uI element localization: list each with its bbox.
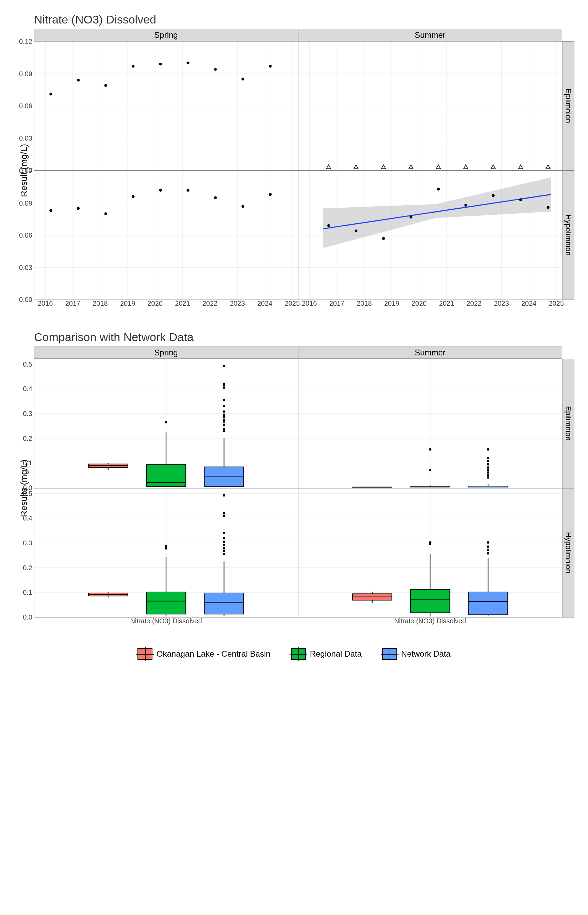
y-ticks: 0.000.030.060.090.12: [17, 42, 34, 170]
svg-point-188: [223, 537, 225, 539]
facet-row-epi: Epilimnion: [562, 41, 574, 171]
svg-point-152: [429, 448, 431, 451]
chart1-grid: Spring Summer Result (mg/L) 0.000.030.06…: [14, 29, 574, 317]
svg-point-15: [49, 92, 52, 95]
svg-point-63: [49, 209, 52, 212]
svg-point-93: [437, 188, 439, 190]
svg-marker-47: [546, 165, 550, 168]
box-xlabel: Nitrate (NO3) Dissolved: [34, 617, 298, 628]
svg-point-119: [223, 428, 225, 430]
svg-point-158: [487, 463, 489, 466]
svg-point-184: [223, 550, 225, 552]
box-panel-spring-epi: 0.00.10.20.30.40.5: [34, 359, 298, 488]
legend-label: Okanagan Lake - Central Basin: [157, 649, 271, 659]
svg-point-92: [409, 215, 412, 218]
svg-point-18: [132, 65, 134, 67]
svg-point-64: [77, 207, 80, 210]
svg-point-191: [223, 512, 225, 514]
svg-point-71: [269, 193, 271, 196]
svg-point-21: [214, 68, 217, 71]
legend-key-icon: [137, 648, 152, 660]
svg-point-187: [223, 540, 225, 543]
svg-point-130: [223, 383, 225, 385]
svg-point-159: [487, 460, 489, 462]
svg-point-91: [382, 237, 385, 240]
svg-point-131: [223, 365, 225, 367]
legend-key-icon: [291, 648, 306, 660]
svg-point-123: [223, 416, 225, 418]
chart2-grid: Spring Summer Results (mg/L) 0.00.10.20.…: [14, 346, 574, 635]
svg-marker-41: [381, 165, 386, 168]
svg-point-122: [223, 419, 225, 421]
svg-point-157: [487, 466, 489, 469]
svg-point-97: [546, 206, 549, 209]
x-ticks: 2016201720182019202020212022202320242025: [299, 299, 562, 309]
scatter-panel-spring-hypo: 0.000.030.060.090.12 2016201720182019202…: [34, 171, 298, 300]
svg-rect-175: [146, 592, 186, 614]
svg-point-96: [519, 199, 522, 201]
svg-rect-206: [410, 590, 450, 613]
facet-row-hypo: Hypolimnion: [562, 171, 574, 300]
y-ticks: 0.000.030.060.090.12: [17, 171, 34, 299]
legend: Okanagan Lake - Central Basin Regional D…: [14, 648, 574, 660]
page: Nitrate (NO3) Dissolved Spring Summer Re…: [0, 0, 588, 670]
svg-point-20: [186, 61, 189, 64]
legend-item-network: Network Data: [382, 648, 451, 660]
scatter-panel-spring-epi: 0.000.030.060.090.12: [34, 41, 298, 171]
svg-point-127: [223, 399, 225, 401]
legend-label: Network Data: [401, 649, 451, 659]
svg-point-69: [214, 196, 217, 199]
box-panel-summer-epi: [298, 359, 562, 488]
svg-marker-43: [436, 165, 441, 168]
svg-point-217: [487, 541, 489, 544]
facet-col-spring-2: Spring: [34, 346, 298, 359]
svg-point-19: [159, 63, 162, 65]
facet-col-summer-2: Summer: [298, 346, 562, 359]
y-ticks: 0.00.10.20.30.40.5: [17, 488, 34, 617]
svg-point-126: [223, 405, 225, 407]
svg-marker-39: [326, 165, 331, 168]
svg-point-23: [269, 65, 271, 67]
svg-point-182: [165, 545, 167, 547]
svg-marker-87: [323, 177, 551, 248]
svg-point-189: [223, 532, 225, 534]
svg-point-183: [223, 553, 225, 555]
svg-point-94: [464, 204, 467, 207]
scatter-panel-summer-hypo: 2016201720182019202020212022202320242025: [298, 171, 562, 300]
svg-point-190: [223, 514, 225, 517]
chart2-title: Comparison with Network Data: [34, 331, 574, 344]
svg-rect-179: [204, 593, 244, 614]
svg-point-68: [186, 189, 189, 192]
svg-point-118: [223, 430, 225, 432]
svg-point-125: [223, 411, 225, 413]
svg-point-67: [159, 189, 162, 192]
scatter-panel-summer-epi: [298, 41, 562, 171]
svg-point-16: [77, 79, 80, 81]
facet-col-spring: Spring: [34, 29, 298, 41]
svg-point-185: [223, 547, 225, 550]
svg-point-156: [487, 469, 489, 471]
svg-point-151: [429, 469, 431, 471]
svg-point-70: [242, 205, 244, 208]
svg-point-154: [487, 474, 489, 476]
svg-point-214: [487, 552, 489, 554]
svg-point-186: [223, 544, 225, 546]
svg-point-89: [327, 224, 330, 227]
svg-point-66: [132, 195, 134, 198]
svg-point-17: [104, 84, 107, 87]
legend-label: Regional Data: [310, 649, 362, 659]
legend-item-regional: Regional Data: [291, 648, 362, 660]
svg-marker-45: [491, 165, 496, 168]
svg-marker-40: [354, 165, 358, 168]
svg-point-155: [487, 471, 489, 474]
svg-point-215: [487, 549, 489, 551]
box-xlabel: Nitrate (NO3) Dissolved: [299, 617, 562, 628]
chart1-title: Nitrate (NO3) Dissolved: [34, 13, 574, 26]
facet-row-hypo-2: Hypolimnion: [562, 488, 574, 618]
svg-point-124: [223, 414, 225, 416]
svg-point-153: [487, 476, 489, 479]
svg-point-128: [223, 386, 225, 389]
svg-marker-46: [519, 165, 523, 168]
legend-key-icon: [382, 648, 397, 660]
facet-row-epi-2: Epilimnion: [562, 359, 574, 488]
